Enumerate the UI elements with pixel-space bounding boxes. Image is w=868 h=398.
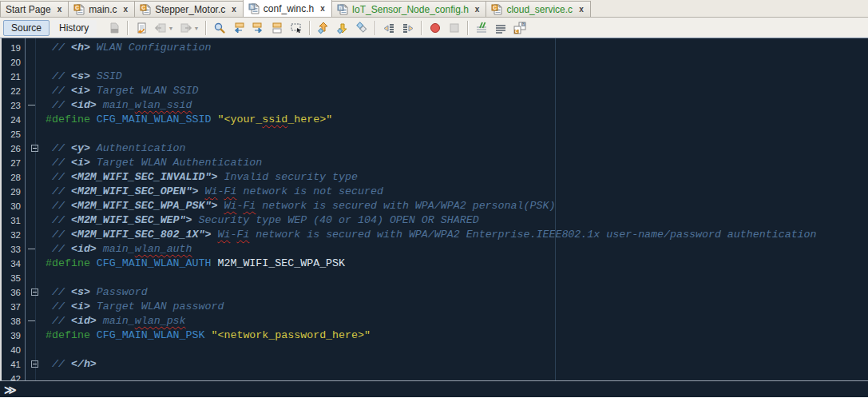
last-edit-button[interactable] — [132, 19, 151, 37]
find-previous-button[interactable] — [229, 19, 248, 37]
rectangular-selection-button[interactable] — [287, 19, 306, 37]
svg-text:C: C — [141, 5, 145, 10]
code-line[interactable]: // <i> Target WLAN password — [46, 300, 868, 314]
fold-row — [26, 70, 41, 84]
tab-close-icon[interactable]: x — [230, 5, 238, 14]
code-line[interactable]: // <M2M_WIFI_SEC_INVALID"> Invalid secur… — [46, 170, 868, 185]
tab-conf-winc-h[interactable]: hconf_winc.hx — [243, 0, 332, 17]
code-token: <y> — [71, 142, 90, 154]
code-line[interactable]: // <i> Target WLAN SSID — [46, 84, 868, 98]
next-bookmark-button[interactable] — [333, 19, 352, 37]
code-token: network is secured with WPA/WPA2 persona… — [256, 200, 555, 212]
code-token: // — [46, 142, 71, 154]
tab-cloud-service-c[interactable]: Ccloud_service.cx — [486, 1, 590, 17]
line-number: 26 — [2, 141, 21, 156]
source-view-button[interactable]: Source — [3, 20, 50, 36]
tab-main-c[interactable]: Cmain.cx — [68, 1, 135, 17]
tab-start-page[interactable]: Start Pagex — [0, 1, 69, 17]
fold-row — [26, 41, 41, 55]
tab-close-icon[interactable]: x — [122, 5, 130, 14]
code-line[interactable]: // <M2M_WIFI_SEC_WPA_PSK"> Wi-Fi network… — [46, 199, 868, 213]
code-line[interactable] — [46, 343, 868, 357]
code-text-area[interactable]: // <h> WLAN Configuration // <s> SSID //… — [41, 38, 868, 380]
code-token: Fi — [236, 229, 249, 241]
code-line[interactable]: // <id> main_wlan_ssid — [46, 98, 868, 113]
fold-collapse-icon[interactable] — [31, 145, 38, 152]
fold-collapse-icon[interactable] — [31, 360, 38, 368]
code-line[interactable]: // </h> — [46, 357, 868, 372]
code-line[interactable] — [46, 372, 868, 380]
code-token: <h> — [71, 42, 90, 54]
code-line[interactable]: #define CFG_MAIN_WLAN_AUTH M2M_WIFI_SEC_… — [46, 257, 868, 271]
code-token: wlan_psk — [135, 315, 186, 327]
code-line[interactable]: // <id> main_wlan_psk — [46, 314, 868, 328]
toggle-header-source-button[interactable]: hC — [510, 19, 529, 37]
code-line[interactable]: // <M2M_WIFI_SEC_WEP"> Security type WEP… — [46, 213, 868, 228]
fold-row — [26, 113, 41, 127]
editor-tab-bar: Start PagexCmain.cxCStepper_Motor.cxhcon… — [0, 0, 868, 18]
c-file-icon: C — [140, 4, 152, 15]
fold-row — [26, 156, 41, 170]
code-token: #define — [46, 329, 90, 341]
toggle-highlight-search-button[interactable] — [268, 19, 287, 37]
previous-bookmark-button[interactable] — [314, 19, 333, 37]
code-line[interactable] — [46, 271, 868, 285]
tab-close-icon[interactable]: x — [319, 4, 327, 13]
line-number: 31 — [2, 213, 21, 228]
history-view-button[interactable]: History — [51, 20, 97, 36]
start-macro-recording-button[interactable] — [426, 19, 445, 37]
code-token: network is secured with WPA/WPA2 Enterpr… — [249, 229, 816, 241]
code-line[interactable]: // <y> Authentication — [46, 141, 868, 156]
find-selection-button[interactable] — [210, 19, 229, 37]
uncomment-button[interactable] — [491, 19, 510, 37]
code-line[interactable]: // <M2M_WIFI_SEC_802_1X"> Wi-Fi network … — [46, 228, 868, 242]
code-line[interactable]: #define CFG_MAIN_WLAN_SSID "<your_ssid_h… — [46, 113, 868, 127]
stop-macro-recording-icon — [448, 22, 461, 34]
code-line[interactable]: // <h> WLAN Configuration — [46, 41, 868, 55]
toggle-bookmark-button[interactable] — [352, 19, 371, 37]
code-token: Password — [90, 286, 148, 298]
code-token: // — [46, 157, 71, 169]
shift-line-left-button[interactable] — [379, 19, 398, 37]
find-next-button[interactable] — [248, 19, 268, 37]
tab-close-icon[interactable]: x — [56, 5, 64, 14]
stop-macro-recording-button — [445, 19, 464, 37]
comment-button[interactable] — [472, 19, 491, 37]
tab-iot-sensor-node-config-h[interactable]: hIoT_Sensor_Node_config.hx — [331, 1, 487, 17]
code-token: CFG_MAIN_WLAN_AUTH — [97, 257, 212, 269]
fold-row — [26, 285, 41, 300]
fold-row — [26, 343, 41, 357]
comment-icon — [475, 22, 488, 34]
fold-row — [26, 141, 41, 156]
code-line[interactable]: // <s> SSID — [46, 70, 868, 84]
code-token: // — [46, 42, 71, 54]
fold-collapse-icon[interactable] — [31, 289, 38, 296]
shift-line-right-button[interactable] — [398, 19, 418, 37]
code-line[interactable]: // <i> Target WLAN Authentication — [46, 156, 868, 170]
code-editor[interactable]: 1920212223242526272829303132333435363738… — [0, 38, 868, 380]
code-line[interactable]: #define CFG_MAIN_WLAN_PSK "<network_pass… — [46, 328, 868, 343]
code-line[interactable]: // <M2M_WIFI_SEC_OPEN"> Wi-Fi network is… — [46, 185, 868, 199]
code-token: main_ — [97, 315, 135, 327]
line-number: 19 — [2, 41, 21, 55]
find-next-icon — [252, 22, 264, 34]
dropdown-caret-icon[interactable]: ▼ — [168, 26, 173, 31]
code-token: Wi — [217, 229, 230, 241]
dropdown-caret-icon[interactable]: ▼ — [193, 26, 199, 31]
tab-close-icon[interactable]: x — [474, 5, 482, 14]
code-token: <M2M_WIFI_SEC_WEP"> — [71, 214, 192, 226]
breadcrumb-expand-icon[interactable]: ≫ — [4, 384, 17, 396]
code-line[interactable]: // <id> main_wlan_auth — [46, 242, 868, 257]
code-line[interactable]: // <s> Password — [46, 285, 868, 300]
code-line[interactable] — [46, 55, 868, 70]
code-token: // — [46, 85, 71, 97]
code-token: Authentication — [90, 142, 186, 154]
tab-stepper-motor-c[interactable]: CStepper_Motor.cx — [134, 1, 244, 17]
fold-row — [26, 185, 41, 199]
fold-end-marker — [28, 249, 35, 249]
code-token: // — [46, 300, 71, 312]
fold-row — [26, 242, 41, 257]
code-line[interactable] — [46, 127, 868, 141]
tab-close-icon[interactable]: x — [577, 5, 585, 14]
code-token: // — [46, 358, 71, 370]
